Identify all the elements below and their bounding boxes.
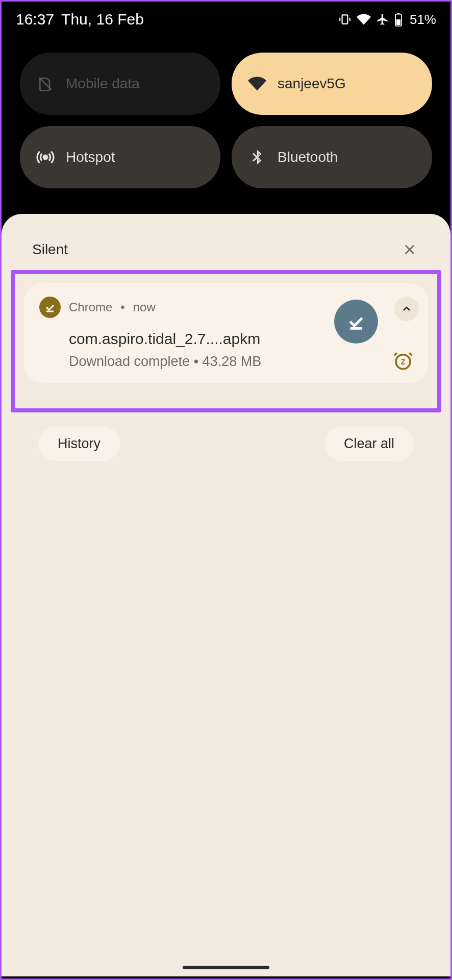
notification-subtitle: Download complete • 43.28 MB bbox=[69, 354, 413, 370]
svg-rect-0 bbox=[342, 15, 348, 23]
wifi-icon bbox=[357, 12, 371, 27]
clear-all-button[interactable]: Clear all bbox=[324, 427, 414, 461]
qs-mobile-data[interactable]: Mobile data bbox=[20, 53, 220, 115]
close-section-button[interactable] bbox=[399, 239, 420, 260]
battery-icon bbox=[394, 12, 403, 27]
collapse-button[interactable] bbox=[394, 297, 419, 321]
hotspot-icon bbox=[36, 148, 55, 166]
history-button[interactable]: History bbox=[38, 427, 120, 461]
status-icons: 51% bbox=[338, 12, 436, 28]
qs-label: Hotspot bbox=[66, 149, 115, 165]
navigation-handle[interactable] bbox=[183, 966, 269, 969]
notification-time: now bbox=[133, 300, 156, 314]
status-bar: 16:37 Thu, 16 Feb 51% bbox=[2, 2, 450, 37]
download-action-icon[interactable] bbox=[334, 300, 378, 344]
vibrate-icon bbox=[338, 13, 351, 26]
wifi-icon bbox=[248, 75, 266, 93]
qs-bluetooth[interactable]: Bluetooth bbox=[232, 126, 432, 188]
qs-label: sanjeev5G bbox=[278, 76, 346, 92]
bluetooth-icon bbox=[248, 148, 266, 166]
svg-rect-4 bbox=[397, 13, 400, 14]
qs-label: Mobile data bbox=[66, 76, 140, 92]
status-date: Thu, 16 Feb bbox=[61, 11, 144, 28]
svg-text:Z: Z bbox=[401, 358, 406, 366]
notification-shade: Silent Chrome • now com.aspiro.tidal_2.7… bbox=[2, 214, 450, 976]
airplane-icon bbox=[376, 13, 389, 26]
highlight-annotation: Chrome • now com.aspiro.tidal_2.7....apk… bbox=[11, 270, 441, 412]
section-title: Silent bbox=[32, 241, 68, 258]
download-complete-icon bbox=[39, 297, 61, 318]
quick-settings: Mobile data sanjeev5G Hotspot Bluetooth bbox=[2, 37, 450, 204]
qs-label: Bluetooth bbox=[278, 149, 338, 165]
snooze-icon[interactable]: Z bbox=[392, 350, 414, 372]
svg-rect-5 bbox=[396, 19, 400, 25]
status-time: 16:37 bbox=[16, 11, 54, 28]
qs-wifi[interactable]: sanjeev5G bbox=[232, 53, 432, 115]
notification-app-name: Chrome bbox=[69, 300, 112, 314]
svg-point-7 bbox=[43, 155, 47, 159]
notification-card[interactable]: Chrome • now com.aspiro.tidal_2.7....apk… bbox=[24, 283, 428, 383]
battery-percent: 51% bbox=[410, 12, 436, 28]
qs-hotspot[interactable]: Hotspot bbox=[20, 126, 220, 188]
no-sim-icon bbox=[36, 75, 55, 93]
